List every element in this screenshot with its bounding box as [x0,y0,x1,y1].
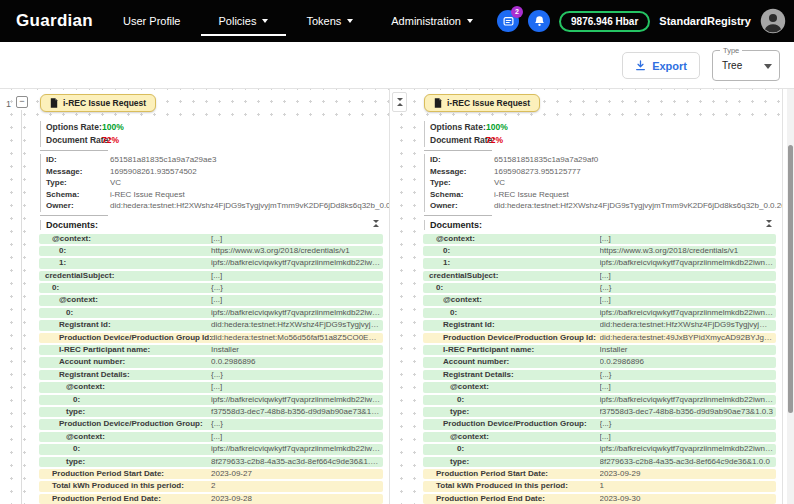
chevron-down-icon [764,64,772,69]
tree-row-value: {...} [600,419,774,429]
balance-badge[interactable]: 9876.946 Hbar [559,11,650,32]
type-select[interactable]: Type Tree [712,50,780,81]
tree-row-key: 0: [423,444,464,454]
chevron-down-icon [262,19,268,23]
messages-count-badge: 2 [511,6,523,18]
tree-row[interactable]: Registrant Details: {...} [423,370,776,380]
meta-row: Schema: i-REC Issue Request [40,189,389,201]
tree-row[interactable]: Account number: 0.0.2986896 [39,357,383,367]
tree-row[interactable]: Production Device/Production Group: {...… [39,419,383,429]
tree-row[interactable]: I-REC Participant name: Installer [423,345,776,355]
tree-row[interactable]: 0: ipfs://bafkreicviqwkytf7qvaprziinmelm… [423,308,776,318]
tree-row[interactable]: 0: ipfs://bafkreicviqwkytf7qvaprziinmelm… [423,444,776,454]
tree-row[interactable]: Account number: 0.0.2986896 [423,357,776,367]
rate-label: Options Rate: [424,121,486,134]
tree-row[interactable]: Production Device/Production Group: {...… [423,419,776,429]
messages-button[interactable]: 2 [497,10,519,32]
meta-row: Owner: did:hedera:testnet:Hf2XWshz4FjDG9… [424,200,782,212]
tree-row[interactable]: Production Period End Date: 2023-09-28 [39,494,383,504]
documents-header: Documents: [40,219,389,231]
scrollbar-track[interactable] [787,89,794,504]
tree-row[interactable]: @context: [...] [39,234,383,244]
scrollbar-thumb[interactable] [788,145,793,413]
tree-row[interactable]: @context: [...] [423,234,776,244]
meta-label: Type: [424,177,451,189]
header-right-cluster: 2 9876.946 Hbar StandardRegistry [497,8,786,34]
tree-row-value: [...] [211,271,380,281]
tree-row[interactable]: credentialSubject: [...] [39,271,383,281]
section-divider [40,215,108,216]
tree-row-value: [...] [600,382,774,392]
notifications-button[interactable] [528,10,550,32]
tree-row[interactable]: Production Device/Production Group Id: d… [39,333,383,343]
export-button[interactable]: Export [622,52,700,79]
tree-row-value: [...] [211,432,380,442]
tree-row[interactable]: 1: ipfs://bafkreicviqwkytf7qvaprziinmelm… [423,258,776,268]
tree-row-key: I-REC Participant name: [39,345,150,355]
nav-item-administration[interactable]: Administration [391,0,473,42]
tree-row[interactable]: Total kWh Produced in this period: 1 [423,481,776,491]
tree-row[interactable]: type: 8f279633-c2b8-4a35-ac3d-8ef664c9de… [39,457,383,467]
chevron-down-icon [373,220,379,223]
tree-row[interactable]: 0: {...} [423,283,776,293]
tree-row[interactable]: 0: ipfs://bafkreicviqwkytf7qvaprziinmelm… [39,395,383,405]
tree-row[interactable]: 0: https://www.w3.org/2018/credentials/v… [39,246,383,256]
nav-item-tokens[interactable]: Tokens [306,0,353,42]
tree-row-key: 0: [39,283,59,293]
nav-item-policies[interactable]: Policies [219,0,269,42]
tree-row[interactable]: 0: {...} [39,283,383,293]
collapse-panels-button[interactable] [392,92,407,112]
tree-row[interactable]: @context: [...] [423,295,776,305]
tree-row-value: Installer [211,345,380,355]
tree-row[interactable]: Registrant Id: did:hedera:testnet:HfzXWs… [423,320,776,330]
tree-row[interactable]: 0: ipfs://bafkreicviqwkytf7qvaprziinmelm… [423,395,776,405]
doc-type-badge[interactable]: i-REC Issue Request [40,94,156,112]
meta-value: 1695908261.935574502 [110,166,197,178]
documents-label: Documents: [40,220,98,230]
tree-row[interactable]: Production Period Start Date: 2023-09-29 [423,469,776,479]
tree-row[interactable]: Production Period End Date: 2023-09-30 [423,494,776,504]
collapse-rows-button[interactable] [373,220,379,227]
nav-item-user-profile[interactable]: User Profile [123,0,180,42]
tree-row[interactable]: type: f37558d3-dec7-48b8-b356-d9d9ab90ae… [423,407,776,417]
documents-header: Documents: [424,219,782,231]
tree-row-key: @context: [423,234,475,244]
tree-row-value: did:hedera:testnet:HfzXWshz4FjDG9sTygjvy… [600,320,774,330]
tree-row[interactable]: type: f37558d3-dec7-48b8-b356-d9d9ab90ae… [39,407,383,417]
tree-row[interactable]: type: 8f279633-c2b8-4a35-ac3d-8ef664c9de… [423,457,776,467]
meta-value: 651581a81835c1a9a7a29ae3 [110,154,216,166]
tree-row[interactable]: I-REC Participant name: Installer [39,345,383,355]
doc-type-badge-label: i-REC Issue Request [63,98,146,108]
rate-row: Options Rate: 100% [40,121,389,134]
collapse-toggle[interactable]: − [16,96,28,108]
tree-row[interactable]: 0: ipfs://bafkreicviqwkytf7qvaprziinmelm… [39,444,383,454]
tree-row[interactable]: Registrant Details: {...} [39,370,383,380]
tree-row[interactable]: 1: ipfs://bafkreicviqwkytf7qvaprziinmelm… [39,258,383,268]
avatar[interactable] [760,8,786,34]
tree-row[interactable]: @context: [...] [39,432,383,442]
tree-row[interactable]: Production Period Start Date: 2023-09-27 [39,469,383,479]
tree-row-key: 0: [39,444,80,454]
tree-row-value: did:hedera:testnet:HfzXWshz4FjDG9sTygjvy… [211,320,380,330]
tree-row-key: 1: [423,258,450,268]
tree-row-value: https://www.w3.org/2018/credentials/v1 [211,246,380,256]
tree-row[interactable]: @context: [...] [39,382,383,392]
tree-row[interactable]: @context: [...] [423,432,776,442]
doc-type-badge[interactable]: i-REC Issue Request [424,94,540,112]
tree-row[interactable]: Production Device/Production Group Id: d… [423,333,776,343]
tree-row[interactable]: @context: [...] [423,382,776,392]
meta-row: ID: 651581851835c1a9a7a29af0 [424,154,782,166]
tree-row[interactable]: Total kWh Produced in this period: 2 [39,481,383,491]
doc-details-card: Options Rate: 100% Document Rate: 72% ID… [33,117,389,504]
tree-row[interactable]: Registrant Id: did:hedera:testnet:HfzXWs… [39,320,383,330]
type-select-value: Tree [722,60,742,71]
tree-row[interactable]: 0: ipfs://bafkreicviqwkytf7qvaprziinmelm… [39,308,383,318]
tree-row-key: Production Device/Production Group Id: [423,333,596,343]
collapse-rows-button[interactable] [766,220,772,227]
tree-row-value: 2023-09-27 [211,469,380,479]
tree-row-key: 0: [39,395,80,405]
tree-row[interactable]: @context: [...] [39,295,383,305]
tree-row[interactable]: credentialSubject: [...] [423,271,776,281]
meta-value: 651581851835c1a9a7a29af0 [494,154,598,166]
tree-row[interactable]: 0: https://www.w3.org/2018/credentials/v… [423,246,776,256]
